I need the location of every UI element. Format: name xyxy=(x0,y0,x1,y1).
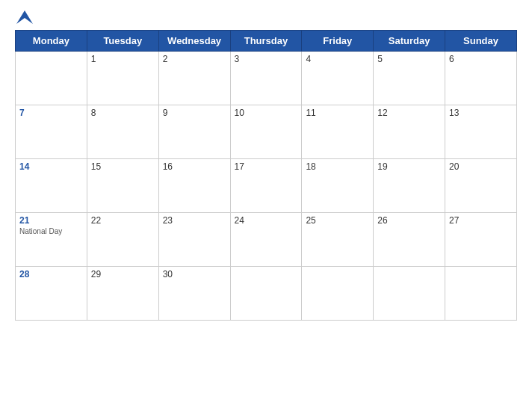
calendar-cell: 22 xyxy=(87,213,158,267)
calendar-cell xyxy=(230,267,302,321)
calendar-cell: 25 xyxy=(302,213,374,267)
day-number: 3 xyxy=(235,54,298,64)
day-number: 26 xyxy=(377,215,441,226)
calendar-cell: 15 xyxy=(87,159,158,213)
day-number: 21 xyxy=(19,215,83,226)
calendar-cell: 20 xyxy=(445,159,517,213)
calendar-cell xyxy=(302,267,374,321)
day-number: 17 xyxy=(235,161,298,172)
calendar-week-row: 282930 xyxy=(16,267,517,321)
day-number: 14 xyxy=(19,161,83,172)
day-number: 22 xyxy=(91,215,155,226)
calendar-cell: 23 xyxy=(158,213,230,267)
logo-bird-icon xyxy=(16,10,33,24)
day-number: 20 xyxy=(449,161,513,172)
calendar-week-row: 78910111213 xyxy=(16,105,517,159)
calendar-cell: 18 xyxy=(302,159,374,213)
day-number: 25 xyxy=(306,215,369,226)
calendar-cell: 27 xyxy=(445,213,517,267)
event-label: National Day xyxy=(19,227,83,235)
calendar-cell: 7 xyxy=(16,105,87,159)
calendar-cell: 4 xyxy=(302,52,374,105)
calendar-week-row: 123456 xyxy=(16,52,517,105)
svg-marker-0 xyxy=(16,10,33,24)
weekday-header-row: MondayTuesdayWednesdayThursdayFridaySatu… xyxy=(16,31,517,52)
weekday-header-tuesday: Tuesday xyxy=(87,31,158,52)
calendar-cell: 5 xyxy=(374,52,445,105)
weekday-header-saturday: Saturday xyxy=(374,31,445,52)
day-number: 4 xyxy=(306,54,369,64)
day-number: 27 xyxy=(449,215,513,226)
calendar-cell: 21National Day xyxy=(16,213,87,267)
day-number: 9 xyxy=(163,108,226,118)
calendar-table: MondayTuesdayWednesdayThursdayFridaySatu… xyxy=(15,30,517,321)
weekday-header-sunday: Sunday xyxy=(445,31,517,52)
calendar-cell xyxy=(16,52,87,105)
calendar-cell: 26 xyxy=(374,213,445,267)
calendar-cell: 13 xyxy=(445,105,517,159)
calendar-cell: 30 xyxy=(158,267,230,321)
day-number: 30 xyxy=(163,269,226,279)
calendar-cell: 8 xyxy=(87,105,158,159)
day-number: 24 xyxy=(235,215,298,226)
day-number: 1 xyxy=(91,54,155,64)
calendar-cell: 1 xyxy=(87,52,158,105)
calendar-cell: 6 xyxy=(445,52,517,105)
weekday-header-monday: Monday xyxy=(16,31,87,52)
day-number: 6 xyxy=(449,54,513,64)
day-number: 13 xyxy=(449,108,513,118)
calendar-cell: 11 xyxy=(302,105,374,159)
calendar-cell: 17 xyxy=(230,159,302,213)
calendar-cell: 19 xyxy=(374,159,445,213)
day-number: 15 xyxy=(91,161,155,172)
day-number: 10 xyxy=(235,108,298,118)
calendar-cell: 29 xyxy=(87,267,158,321)
weekday-header-thursday: Thursday xyxy=(230,31,302,52)
calendar-header xyxy=(15,7,517,27)
day-number: 19 xyxy=(377,161,441,172)
calendar-cell xyxy=(374,267,445,321)
day-number: 28 xyxy=(19,269,83,279)
weekday-header-friday: Friday xyxy=(302,31,374,52)
day-number: 7 xyxy=(19,108,83,118)
day-number: 12 xyxy=(377,108,441,118)
day-number: 11 xyxy=(306,108,369,118)
day-number: 16 xyxy=(163,161,226,172)
calendar-cell: 14 xyxy=(16,159,87,213)
calendar-cell: 2 xyxy=(158,52,230,105)
day-number: 8 xyxy=(91,108,155,118)
calendar-week-row: 21National Day222324252627 xyxy=(16,213,517,267)
calendar-cell: 16 xyxy=(158,159,230,213)
calendar-cell: 28 xyxy=(16,267,87,321)
calendar-cell: 10 xyxy=(230,105,302,159)
calendar-week-row: 14151617181920 xyxy=(16,159,517,213)
calendar-cell xyxy=(445,267,517,321)
day-number: 29 xyxy=(91,269,155,279)
day-number: 23 xyxy=(163,215,226,226)
calendar-cell: 3 xyxy=(230,52,302,105)
day-number: 5 xyxy=(377,54,441,64)
day-number: 2 xyxy=(163,54,226,64)
weekday-header-wednesday: Wednesday xyxy=(158,31,230,52)
calendar-cell: 12 xyxy=(374,105,445,159)
logo xyxy=(15,10,33,24)
calendar-cell: 24 xyxy=(230,213,302,267)
calendar-cell: 9 xyxy=(158,105,230,159)
day-number: 18 xyxy=(306,161,369,172)
